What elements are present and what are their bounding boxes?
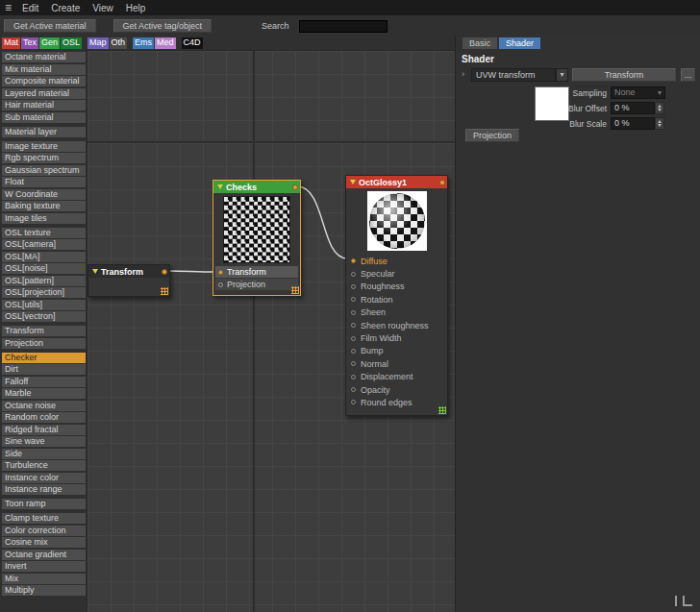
input-port[interactable] (351, 375, 356, 379)
get-active-tag-object-button[interactable]: Get Active tag/object (113, 19, 212, 33)
sidebar-item-float[interactable]: Float (2, 177, 86, 187)
hamburger-menu-icon[interactable]: ≡ (5, 1, 12, 14)
sidebar-item-side[interactable]: Side (2, 449, 86, 459)
octglossy-param-specular[interactable]: Specular (346, 267, 447, 280)
blur-scale-input[interactable]: 0 % (611, 117, 655, 130)
sidebar-item-ridged-fractal[interactable]: Ridged fractal (2, 425, 86, 435)
category-tab-ems[interactable]: Ems (133, 37, 154, 49)
dropdown-arrow-icon[interactable]: ▾ (556, 68, 568, 82)
input-port[interactable] (351, 297, 356, 302)
sidebar-item-color-correction[interactable]: Color correction (2, 526, 86, 536)
menu-view[interactable]: View (92, 3, 113, 13)
sidebar-item-falloff[interactable]: Falloff (2, 377, 86, 387)
input-port[interactable] (351, 284, 356, 289)
sidebar-item-osl-projection[interactable]: OSL[projection] (2, 287, 86, 298)
octglossy-param-diffuse[interactable]: Diffuse (346, 255, 447, 267)
blur-offset-stepper[interactable] (655, 102, 664, 114)
sidebar-item-instance-range[interactable]: Instance range (2, 484, 86, 495)
node-header[interactable]: Transform (88, 265, 169, 278)
sidebar-item-random-color[interactable]: Random color (2, 412, 86, 423)
input-port[interactable] (351, 400, 356, 404)
category-tab-tex[interactable]: Tex (21, 37, 38, 49)
sidebar-item-multiply[interactable]: Multiply (2, 585, 86, 596)
menu-create[interactable]: Create (51, 3, 80, 13)
sidebar-item-octane-gradient[interactable]: Octane gradient (2, 550, 86, 560)
sidebar-item-w-coordinate[interactable]: W Coordinate (2, 189, 86, 200)
menu-edit[interactable]: Edit (22, 3, 38, 13)
node-header[interactable]: Checks (213, 181, 300, 193)
sidebar-item-mix-material[interactable]: Mix material (2, 64, 86, 75)
sidebar-item-invert[interactable]: Invert (2, 561, 86, 572)
octglossy-param-rotation[interactable]: Rotation (346, 293, 447, 306)
sidebar-item-osl-camera[interactable]: OSL[camera] (2, 239, 86, 250)
transform-link-button[interactable]: Transform (572, 68, 676, 82)
sidebar-item-projection[interactable]: Projection (2, 338, 86, 349)
sidebar-item-checker[interactable]: Checker (2, 353, 86, 363)
input-port[interactable] (351, 349, 356, 354)
sidebar-item-osl-noise[interactable]: OSL[noise] (2, 263, 86, 274)
sidebar-item-transform[interactable]: Transform (2, 326, 86, 336)
step-down-icon[interactable] (658, 109, 662, 111)
input-port[interactable] (218, 282, 223, 287)
resize-grip[interactable] (291, 286, 299, 294)
sidebar-item-gaussian-spectrum[interactable]: Gaussian spectrum (2, 165, 86, 176)
projection-button[interactable]: Projection (465, 129, 519, 142)
checks-input-projection[interactable]: Projection (215, 279, 298, 290)
category-tab-oth[interactable]: Oth (110, 37, 128, 49)
input-port[interactable] (351, 323, 356, 328)
sidebar-item-baking-texture[interactable]: Baking texture (2, 201, 86, 211)
sidebar-item-image-tiles[interactable]: Image tiles (2, 213, 86, 224)
sidebar-item-toon-ramp[interactable]: Toon ramp (2, 499, 86, 509)
octglossy-param-roughness[interactable]: Roughness (346, 281, 447, 293)
category-tab-c4d[interactable]: C4D (182, 37, 203, 49)
node-graph-canvas[interactable]: Transform Checks TransformProjection Oct… (87, 50, 455, 612)
sidebar-item-layered-material[interactable]: Layered material (2, 88, 86, 99)
resize-grip[interactable] (438, 406, 446, 414)
sidebar-item-composite-material[interactable]: Composite material (2, 76, 86, 86)
sidebar-item-material-layer[interactable]: Material layer (2, 127, 86, 137)
sidebar-item-dirt[interactable]: Dirt (2, 364, 86, 375)
sidebar-item-osl-ma[interactable]: OSL[MA] (2, 252, 86, 262)
expand-chevron-icon[interactable]: › (462, 69, 464, 79)
step-up-icon[interactable] (658, 120, 662, 123)
category-tab-osl[interactable]: OSL (61, 37, 82, 49)
node-collapse-icon[interactable] (217, 184, 223, 189)
input-port[interactable] (351, 272, 356, 277)
octglossy-param-sheen-roughness[interactable]: Sheen roughness (346, 319, 447, 331)
resize-grip[interactable] (161, 287, 168, 295)
checks-input-transform[interactable]: Transform (215, 266, 298, 278)
output-port[interactable] (292, 184, 298, 190)
node-collapse-icon[interactable] (350, 180, 356, 184)
category-tab-mat[interactable]: Mat (2, 37, 20, 49)
octglossy-param-round-edges[interactable]: Round edges (346, 396, 447, 408)
sidebar-item-hair-material[interactable]: Hair material (2, 100, 86, 110)
octglossy-param-film-width[interactable]: Film Width (346, 331, 447, 344)
category-tab-gen[interactable]: Gen (39, 37, 60, 49)
blur-offset-input[interactable]: 0 % (611, 102, 655, 114)
input-port[interactable] (351, 310, 356, 315)
sidebar-item-osl-texture[interactable]: OSL texture (2, 228, 86, 238)
sidebar-item-rgb-spectrum[interactable]: Rgb spectrum (2, 153, 86, 163)
sidebar-item-osl-vectron[interactable]: OSL[vectron] (2, 311, 86, 322)
step-up-icon[interactable] (658, 105, 662, 108)
sidebar-item-instance-color[interactable]: Instance color (2, 473, 86, 483)
octglossy-param-opacity[interactable]: Opacity (346, 383, 447, 396)
menu-help[interactable]: Help (126, 3, 146, 13)
sidebar-item-octane-noise[interactable]: Octane noise (2, 401, 86, 411)
sidebar-item-turbulence[interactable]: Turbulence (2, 460, 86, 471)
input-port[interactable] (218, 270, 223, 275)
more-options-button[interactable]: ... (681, 68, 695, 82)
category-tab-map[interactable]: Map (88, 37, 109, 49)
sidebar-item-sine-wave[interactable]: Sine wave (2, 436, 86, 447)
node-octglossy1[interactable]: OctGlossy1 DiffuseSpecularRoughnessRotat… (345, 175, 448, 416)
tab-basic[interactable]: Basic (462, 37, 497, 49)
octglossy-param-sheen[interactable]: Sheen (346, 306, 447, 319)
octglossy-param-bump[interactable]: Bump (346, 345, 447, 357)
search-input[interactable] (299, 20, 388, 33)
input-port[interactable] (351, 361, 356, 366)
node-collapse-icon[interactable] (92, 269, 98, 274)
input-port[interactable] (351, 387, 356, 392)
tab-shader[interactable]: Shader (499, 37, 540, 49)
octglossy-param-normal[interactable]: Normal (346, 357, 447, 370)
sidebar-item-osl-pattern[interactable]: OSL[pattern] (2, 276, 86, 286)
